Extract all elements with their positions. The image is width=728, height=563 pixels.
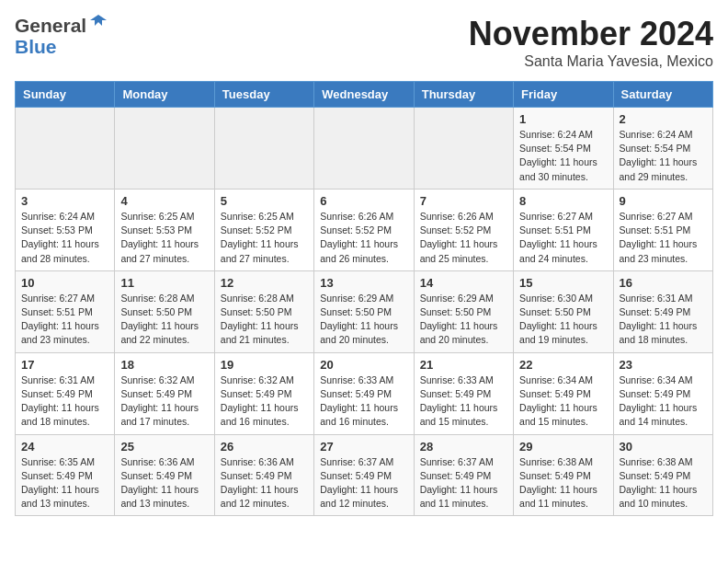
weekday-header-thursday: Thursday bbox=[414, 82, 513, 108]
day-info: Sunrise: 6:36 AM Sunset: 5:49 PM Dayligh… bbox=[120, 455, 208, 511]
calendar-cell: 26Sunrise: 6:36 AM Sunset: 5:49 PM Dayli… bbox=[214, 434, 313, 516]
day-info: Sunrise: 6:27 AM Sunset: 5:51 PM Dayligh… bbox=[21, 292, 108, 348]
calendar-cell bbox=[16, 108, 115, 190]
day-number: 22 bbox=[519, 358, 607, 372]
weekday-header-sunday: Sunday bbox=[16, 82, 115, 108]
day-number: 11 bbox=[120, 276, 208, 290]
day-number: 13 bbox=[320, 276, 407, 290]
day-info: Sunrise: 6:29 AM Sunset: 5:50 PM Dayligh… bbox=[320, 292, 407, 348]
calendar-cell: 8Sunrise: 6:27 AM Sunset: 5:51 PM Daylig… bbox=[514, 189, 613, 270]
day-number: 30 bbox=[620, 440, 707, 454]
day-info: Sunrise: 6:28 AM Sunset: 5:50 PM Dayligh… bbox=[221, 292, 308, 348]
calendar-cell: 16Sunrise: 6:31 AM Sunset: 5:49 PM Dayli… bbox=[613, 270, 712, 352]
calendar-cell: 14Sunrise: 6:29 AM Sunset: 5:50 PM Dayli… bbox=[414, 270, 513, 352]
calendar-cell: 17Sunrise: 6:31 AM Sunset: 5:49 PM Dayli… bbox=[16, 352, 115, 434]
calendar-cell: 27Sunrise: 6:37 AM Sunset: 5:49 PM Dayli… bbox=[314, 434, 414, 516]
weekday-header-monday: Monday bbox=[115, 82, 214, 108]
calendar-cell: 29Sunrise: 6:38 AM Sunset: 5:49 PM Dayli… bbox=[514, 434, 613, 516]
weekday-header-row: SundayMondayTuesdayWednesdayThursdayFrid… bbox=[16, 82, 713, 108]
calendar-cell: 10Sunrise: 6:27 AM Sunset: 5:51 PM Dayli… bbox=[16, 270, 115, 352]
day-number: 16 bbox=[620, 276, 707, 290]
page-subtitle: Santa Maria Yavesia, Mexico bbox=[469, 53, 713, 70]
calendar-cell: 30Sunrise: 6:38 AM Sunset: 5:49 PM Dayli… bbox=[613, 434, 712, 516]
day-info: Sunrise: 6:36 AM Sunset: 5:49 PM Dayligh… bbox=[221, 455, 308, 511]
day-info: Sunrise: 6:34 AM Sunset: 5:49 PM Dayligh… bbox=[519, 373, 607, 430]
day-number: 19 bbox=[221, 358, 308, 372]
calendar-week-row: 3Sunrise: 6:24 AM Sunset: 5:53 PM Daylig… bbox=[16, 189, 713, 270]
day-number: 28 bbox=[420, 440, 507, 454]
day-info: Sunrise: 6:35 AM Sunset: 5:49 PM Dayligh… bbox=[21, 455, 108, 511]
logo-bird-icon bbox=[88, 13, 108, 37]
calendar-cell bbox=[214, 108, 313, 190]
page-title: November 2024 bbox=[469, 15, 713, 53]
calendar-cell: 3Sunrise: 6:24 AM Sunset: 5:53 PM Daylig… bbox=[16, 189, 115, 270]
day-info: Sunrise: 6:28 AM Sunset: 5:50 PM Dayligh… bbox=[120, 292, 208, 348]
calendar-cell: 18Sunrise: 6:32 AM Sunset: 5:49 PM Dayli… bbox=[115, 352, 214, 434]
calendar-cell bbox=[115, 108, 214, 190]
day-info: Sunrise: 6:38 AM Sunset: 5:49 PM Dayligh… bbox=[519, 455, 607, 511]
calendar-cell: 21Sunrise: 6:33 AM Sunset: 5:49 PM Dayli… bbox=[414, 352, 513, 434]
day-number: 2 bbox=[620, 112, 707, 126]
calendar-body: 1Sunrise: 6:24 AM Sunset: 5:54 PM Daylig… bbox=[16, 108, 713, 516]
header: General Blue November 2024 Santa Maria Y… bbox=[15, 15, 713, 70]
day-info: Sunrise: 6:24 AM Sunset: 5:54 PM Dayligh… bbox=[519, 128, 607, 184]
calendar-cell bbox=[314, 108, 414, 190]
calendar-header: SundayMondayTuesdayWednesdayThursdayFrid… bbox=[16, 82, 713, 108]
weekday-header-friday: Friday bbox=[514, 82, 613, 108]
logo: General Blue bbox=[15, 15, 108, 57]
calendar-week-row: 17Sunrise: 6:31 AM Sunset: 5:49 PM Dayli… bbox=[16, 352, 713, 434]
day-number: 12 bbox=[221, 276, 308, 290]
day-info: Sunrise: 6:26 AM Sunset: 5:52 PM Dayligh… bbox=[320, 210, 407, 266]
day-number: 17 bbox=[21, 358, 108, 372]
day-info: Sunrise: 6:37 AM Sunset: 5:49 PM Dayligh… bbox=[320, 455, 407, 511]
day-info: Sunrise: 6:29 AM Sunset: 5:50 PM Dayligh… bbox=[420, 292, 507, 348]
calendar-cell: 19Sunrise: 6:32 AM Sunset: 5:49 PM Dayli… bbox=[214, 352, 313, 434]
calendar-cell: 7Sunrise: 6:26 AM Sunset: 5:52 PM Daylig… bbox=[414, 189, 513, 270]
day-number: 26 bbox=[221, 440, 308, 454]
day-number: 14 bbox=[420, 276, 507, 290]
day-number: 24 bbox=[21, 440, 108, 454]
calendar-table: SundayMondayTuesdayWednesdayThursdayFrid… bbox=[15, 81, 713, 516]
weekday-header-saturday: Saturday bbox=[613, 82, 712, 108]
day-number: 3 bbox=[21, 194, 108, 208]
calendar-week-row: 1Sunrise: 6:24 AM Sunset: 5:54 PM Daylig… bbox=[16, 108, 713, 190]
calendar-cell: 23Sunrise: 6:34 AM Sunset: 5:49 PM Dayli… bbox=[613, 352, 712, 434]
calendar-cell: 15Sunrise: 6:30 AM Sunset: 5:50 PM Dayli… bbox=[514, 270, 613, 352]
day-info: Sunrise: 6:27 AM Sunset: 5:51 PM Dayligh… bbox=[620, 210, 707, 266]
day-number: 25 bbox=[120, 440, 208, 454]
day-info: Sunrise: 6:33 AM Sunset: 5:49 PM Dayligh… bbox=[420, 373, 507, 430]
calendar-cell: 25Sunrise: 6:36 AM Sunset: 5:49 PM Dayli… bbox=[115, 434, 214, 516]
day-number: 15 bbox=[519, 276, 607, 290]
calendar-cell: 9Sunrise: 6:27 AM Sunset: 5:51 PM Daylig… bbox=[613, 189, 712, 270]
calendar-cell: 5Sunrise: 6:25 AM Sunset: 5:52 PM Daylig… bbox=[214, 189, 313, 270]
day-number: 27 bbox=[320, 440, 407, 454]
title-area: November 2024 Santa Maria Yavesia, Mexic… bbox=[469, 15, 713, 70]
day-number: 4 bbox=[120, 194, 208, 208]
day-info: Sunrise: 6:26 AM Sunset: 5:52 PM Dayligh… bbox=[420, 210, 507, 266]
day-info: Sunrise: 6:31 AM Sunset: 5:49 PM Dayligh… bbox=[620, 292, 707, 348]
calendar-week-row: 24Sunrise: 6:35 AM Sunset: 5:49 PM Dayli… bbox=[16, 434, 713, 516]
day-number: 9 bbox=[620, 194, 707, 208]
calendar-cell: 20Sunrise: 6:33 AM Sunset: 5:49 PM Dayli… bbox=[314, 352, 414, 434]
day-info: Sunrise: 6:32 AM Sunset: 5:49 PM Dayligh… bbox=[120, 373, 208, 430]
day-info: Sunrise: 6:38 AM Sunset: 5:49 PM Dayligh… bbox=[620, 455, 707, 511]
svg-marker-0 bbox=[90, 15, 107, 26]
calendar-cell: 28Sunrise: 6:37 AM Sunset: 5:49 PM Dayli… bbox=[414, 434, 513, 516]
day-number: 20 bbox=[320, 358, 407, 372]
day-info: Sunrise: 6:24 AM Sunset: 5:53 PM Dayligh… bbox=[21, 210, 108, 266]
day-number: 6 bbox=[320, 194, 407, 208]
day-number: 5 bbox=[221, 194, 308, 208]
calendar-cell: 24Sunrise: 6:35 AM Sunset: 5:49 PM Dayli… bbox=[16, 434, 115, 516]
calendar-cell: 2Sunrise: 6:24 AM Sunset: 5:54 PM Daylig… bbox=[613, 108, 712, 190]
calendar-week-row: 10Sunrise: 6:27 AM Sunset: 5:51 PM Dayli… bbox=[16, 270, 713, 352]
calendar-cell: 12Sunrise: 6:28 AM Sunset: 5:50 PM Dayli… bbox=[214, 270, 313, 352]
day-info: Sunrise: 6:30 AM Sunset: 5:50 PM Dayligh… bbox=[519, 292, 607, 348]
weekday-header-wednesday: Wednesday bbox=[314, 82, 414, 108]
day-number: 23 bbox=[620, 358, 707, 372]
day-number: 7 bbox=[420, 194, 507, 208]
calendar-cell bbox=[414, 108, 513, 190]
calendar-cell: 11Sunrise: 6:28 AM Sunset: 5:50 PM Dayli… bbox=[115, 270, 214, 352]
day-info: Sunrise: 6:37 AM Sunset: 5:49 PM Dayligh… bbox=[420, 455, 507, 511]
day-info: Sunrise: 6:27 AM Sunset: 5:51 PM Dayligh… bbox=[519, 210, 607, 266]
day-number: 8 bbox=[519, 194, 607, 208]
